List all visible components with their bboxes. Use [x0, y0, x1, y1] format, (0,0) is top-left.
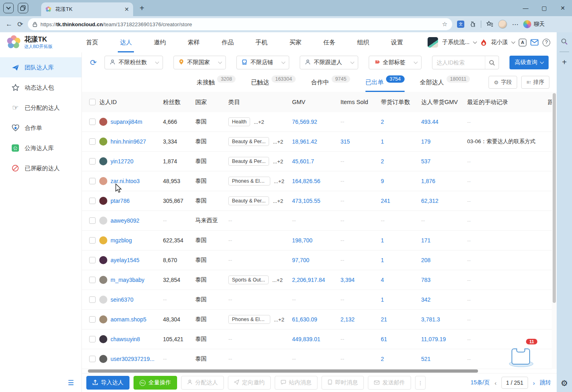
orders-value[interactable]: 1 — [381, 138, 384, 145]
copilot-button[interactable]: 聊天 — [523, 20, 545, 28]
new-tab-button[interactable]: + — [140, 4, 144, 13]
gmv-value[interactable]: 61,630.09 — [292, 316, 317, 323]
items-sold-value[interactable]: -- — [340, 198, 344, 204]
address-bar[interactable]: https://tk.thinkoncloud.cn/team/13718223… — [28, 18, 452, 30]
nav-item[interactable]: 达人 — [109, 32, 143, 52]
gmv-value[interactable]: 164,826.56 — [292, 178, 320, 184]
sidebar-search-icon[interactable] — [561, 38, 568, 45]
next-page-icon[interactable]: › — [533, 379, 535, 386]
items-sold-value[interactable]: 2,132 — [340, 316, 355, 323]
category-more[interactable]: ...+2 — [273, 139, 283, 145]
user-name[interactable]: 花小漾 — [491, 39, 508, 46]
nav-item[interactable]: 作品 — [211, 32, 244, 52]
creator-gmv-value[interactable]: 3,781.3 — [421, 316, 440, 323]
toolbar-button[interactable]: 即时消息 — [321, 376, 364, 390]
creator-gmv-value[interactable]: -- — [421, 217, 425, 224]
close-button[interactable]: ✕ — [553, 0, 572, 16]
gmv-value[interactable]: -- — [292, 217, 296, 224]
language-icon[interactable]: A — [519, 39, 526, 46]
advanced-query-button[interactable]: 高级查询 — [509, 56, 549, 69]
sidebar-settings-icon[interactable]: ⚙ — [561, 378, 568, 388]
column-header[interactable]: 国家 — [195, 98, 228, 106]
category-more[interactable]: ...+2 — [273, 158, 283, 165]
bookmark-star-icon[interactable]: ☆ — [442, 21, 447, 28]
row-checkbox[interactable] — [89, 138, 96, 145]
items-sold-value[interactable]: -- — [340, 356, 344, 362]
tab-close-icon[interactable]: ✕ — [124, 6, 129, 13]
jump-to-page[interactable]: 跳转 — [540, 379, 551, 386]
orders-value[interactable]: 1 — [381, 296, 384, 303]
row-checkbox[interactable] — [89, 316, 96, 323]
gmv-value[interactable]: 97,700 — [292, 257, 309, 263]
orders-value[interactable]: 1 — [381, 237, 384, 244]
fields-button[interactable]: ⚙字段 — [488, 76, 517, 89]
creator-id-link[interactable]: aawey8092 — [111, 217, 140, 224]
nav-item[interactable]: 索样 — [177, 32, 211, 52]
table-row[interactable]: aawey8092 -- 马来西亚 -- -- -- -- — [82, 211, 557, 231]
sidebar-item[interactable]: ☞ 已分配的达人 — [0, 98, 81, 118]
search-icon[interactable] — [485, 56, 499, 69]
items-sold-value[interactable]: 3,394 — [340, 277, 355, 283]
sidebar-item[interactable]: 动态达人包 — [0, 77, 81, 98]
creator-gmv-value[interactable]: 11,079.19 — [421, 336, 446, 342]
filter-dropdown[interactable]: 不限国家 — [173, 56, 226, 69]
table-row[interactable]: yin12720 1,874 泰国 Beauty & Per... ...+2 … — [82, 152, 557, 171]
translate-page-icon[interactable]: 文 — [457, 21, 464, 28]
gmv-value[interactable]: 2,206,917.84 — [292, 277, 325, 283]
column-header[interactable]: 类目 — [228, 98, 292, 106]
select-all-checkbox[interactable] — [89, 99, 96, 105]
workspace-name[interactable]: 子系统流... — [442, 39, 470, 46]
table-row[interactable]: user302937219... -- 泰国 -- -- -- 2 — [82, 349, 557, 369]
creator-gmv-value[interactable]: 521 — [421, 356, 430, 362]
creator-id-link[interactable]: sein6370 — [111, 296, 134, 303]
toolbar-button[interactable]: 分配达人 — [181, 376, 224, 390]
minimize-button[interactable]: — — [516, 0, 535, 16]
column-header[interactable]: 最近的手动记录 — [467, 98, 548, 106]
more-menu-icon[interactable]: ⋯ — [512, 21, 518, 28]
vertical-scrollbar-thumb[interactable] — [553, 93, 556, 303]
row-checkbox[interactable] — [89, 296, 96, 303]
sidebar-item[interactable]: 合作单 — [0, 118, 81, 138]
workspace-avatar[interactable] — [428, 37, 438, 48]
table-row[interactable]: ayelay1545 8,670 泰国 -- 97,700 -- 1 — [82, 250, 557, 270]
creator-gmv-value[interactable]: 171 — [421, 237, 430, 244]
nav-item[interactable]: 任务 — [312, 32, 346, 52]
creator-id-link[interactable]: yin12720 — [111, 158, 134, 165]
orders-value[interactable]: 2 — [381, 356, 384, 362]
column-header[interactable]: GMV — [292, 99, 340, 105]
toolbar-button[interactable]: 定向邀约 — [228, 376, 271, 390]
creator-id-link[interactable]: hnin.hnin9627 — [111, 138, 146, 145]
maximize-button[interactable]: ▢ — [535, 0, 553, 16]
extensions-icon[interactable] — [469, 21, 476, 28]
category-tag[interactable]: Sports & Out... — [228, 275, 269, 284]
creator-gmv-value[interactable]: 342 — [421, 296, 430, 303]
sidebar-item[interactable]: 已屏蔽的达人 — [0, 158, 81, 178]
creator-gmv-value[interactable]: 783 — [421, 277, 430, 283]
search-input[interactable] — [432, 59, 485, 66]
row-checkbox[interactable] — [89, 198, 96, 204]
status-tab[interactable]: 全部达人 180011 — [420, 73, 470, 92]
gmv-value[interactable]: 198,700 — [292, 237, 313, 244]
creator-gmv-value[interactable]: 1,876 — [421, 178, 435, 184]
creator-id-link[interactable]: m_may3baby — [111, 277, 144, 283]
page-size-select[interactable]: 15条/页 — [471, 379, 490, 386]
category-tag[interactable]: Beauty & Per... — [228, 157, 269, 166]
row-checkbox[interactable] — [89, 277, 96, 283]
help-icon[interactable]: ? — [543, 39, 550, 46]
category-more[interactable]: ...+2 — [274, 317, 284, 323]
vertical-scrollbar[interactable] — [552, 92, 557, 369]
creator-id-search[interactable] — [432, 56, 499, 69]
toolbar-button[interactable]: 发送邮件 — [368, 376, 411, 390]
toolbar-button[interactable]: ALL 全量操作 — [134, 376, 177, 390]
category-tag[interactable]: Phones & Ele... — [228, 177, 270, 186]
gmv-value[interactable]: 18,961.42 — [292, 138, 317, 145]
row-checkbox[interactable] — [89, 158, 96, 165]
orders-value[interactable]: 241 — [381, 198, 390, 204]
page-indicator[interactable]: 1 / 251 — [501, 377, 528, 389]
creator-gmv-value[interactable]: 179 — [421, 138, 430, 145]
nav-item[interactable]: 组织 — [346, 32, 380, 52]
nav-item[interactable]: 邀约 — [143, 32, 177, 52]
sidebar-item[interactable]: 团队达人库 — [0, 57, 81, 77]
category-more[interactable]: ...+2 — [272, 277, 283, 283]
table-row[interactable]: hnin.hnin9627 3,334 泰国 Beauty & Per... .… — [82, 132, 557, 152]
